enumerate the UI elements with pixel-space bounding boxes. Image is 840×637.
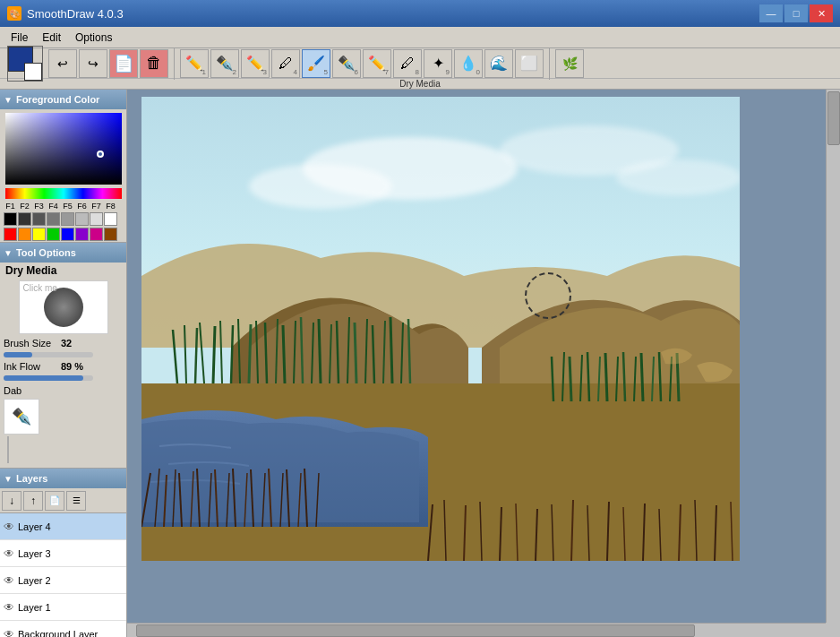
- swatch-midgray[interactable]: [61, 212, 74, 226]
- swatch-brown[interactable]: [104, 228, 117, 241]
- canvas-area[interactable]: [127, 90, 840, 637]
- tool-extra-1[interactable]: 🌿: [555, 49, 584, 78]
- svg-line-10: [213, 326, 215, 383]
- preset-f5: F5: [61, 202, 74, 211]
- preset-f7: F7: [90, 202, 103, 211]
- swatch-lightergray[interactable]: [90, 212, 103, 226]
- swatch-purple[interactable]: [75, 228, 89, 241]
- svg-point-4: [616, 159, 740, 195]
- svg-line-30: [390, 317, 392, 383]
- swatch-darkgray2[interactable]: [32, 212, 46, 226]
- layer-item-4[interactable]: 👁 Layer 4: [0, 513, 126, 540]
- swatch-gray[interactable]: [47, 212, 60, 226]
- menubar: File Edit Options: [0, 27, 840, 48]
- tool-smudge[interactable]: 🌊: [484, 49, 513, 78]
- tool-pencil-1[interactable]: ✏️1: [180, 49, 209, 78]
- vertical-scroll-thumb[interactable]: [827, 91, 840, 145]
- layer-item-3[interactable]: 👁 Layer 3: [0, 540, 126, 567]
- swatch-red[interactable]: [4, 228, 17, 241]
- swatch-blue[interactable]: [61, 228, 74, 241]
- vertical-scrollbar[interactable]: [826, 90, 840, 623]
- ink-flow-label: Ink Flow: [4, 361, 57, 372]
- swatch-white[interactable]: [104, 212, 117, 226]
- tool-star-9[interactable]: ✦9: [424, 49, 452, 78]
- swatch-orange[interactable]: [18, 228, 31, 241]
- painting-canvas[interactable]: [141, 97, 740, 561]
- tool-pen-2[interactable]: ✒️2: [210, 49, 239, 78]
- ink-flow-slider[interactable]: [4, 375, 93, 381]
- close-button[interactable]: ✕: [810, 4, 833, 22]
- menu-edit[interactable]: Edit: [35, 30, 68, 46]
- dry-media-label: Dry Media: [399, 79, 441, 89]
- layer-move-up[interactable]: ↑: [23, 491, 43, 511]
- hue-slider[interactable]: [5, 188, 122, 199]
- minimize-button[interactable]: —: [759, 4, 783, 22]
- layer-bg-eye[interactable]: 👁: [4, 628, 14, 638]
- layer-new[interactable]: 📄: [45, 491, 64, 511]
- tool-pencil-7[interactable]: ✏️7: [363, 49, 391, 78]
- layer-4-eye[interactable]: 👁: [4, 521, 14, 533]
- swatch-green[interactable]: [47, 228, 60, 241]
- swatch-lightgray[interactable]: [75, 212, 89, 226]
- layer-item-1[interactable]: 👁 Layer 1: [0, 594, 126, 621]
- swatch-darkgray1[interactable]: [18, 212, 31, 226]
- toolbar-redo[interactable]: ↪: [79, 49, 107, 78]
- layer-3-name: Layer 3: [18, 548, 51, 559]
- toolbar-clear[interactable]: 🗑: [140, 49, 168, 78]
- swatch-yellow[interactable]: [32, 228, 46, 241]
- swatch-row-2: [0, 227, 126, 242]
- preset-f8: F8: [104, 202, 117, 211]
- color-preview[interactable]: [7, 46, 43, 82]
- main-layout: ▼ Foreground Color F1 F2 F3 F4 F5 F6 F7 …: [0, 90, 840, 637]
- toolbar-undo[interactable]: ↩: [48, 49, 77, 78]
- preset-labels-row: F1 F2 F3 F4 F5 F6 F7 F8: [0, 201, 126, 211]
- swatch-row-1: [0, 211, 126, 227]
- preset-f4: F4: [47, 202, 60, 211]
- tool-pen-6[interactable]: ✒️6: [332, 49, 361, 78]
- titlebar-controls[interactable]: — □ ✕: [759, 4, 833, 22]
- background-color-swatch[interactable]: [24, 63, 42, 81]
- preset-f2: F2: [18, 202, 31, 211]
- dab-preview[interactable]: ✒️: [4, 399, 39, 435]
- app-icon: 🎨: [7, 6, 21, 21]
- horizontal-scrollbar[interactable]: [127, 623, 826, 637]
- tool-options-header[interactable]: ▼ Tool Options: [0, 243, 126, 263]
- layer-3-eye[interactable]: 👁: [4, 547, 14, 560]
- layer-2-eye[interactable]: 👁: [4, 574, 14, 587]
- layers-list: 👁 Layer 4 👁 Layer 3 👁 Layer 2 👁 Layer 1 …: [0, 513, 126, 637]
- layer-item-2[interactable]: 👁 Layer 2: [0, 567, 126, 594]
- maximize-button[interactable]: □: [784, 4, 808, 22]
- layers-toolbar: ↓ ↑ 📄 ☰: [0, 488, 126, 513]
- tool-pen-8[interactable]: 🖊8: [393, 49, 422, 78]
- tool-options-arrow: ▼: [4, 248, 13, 258]
- tool-brush-5[interactable]: 🖌️5: [302, 49, 330, 78]
- titlebar-left: 🎨 SmoothDraw 4.0.3: [7, 6, 124, 21]
- menu-options[interactable]: Options: [68, 30, 119, 46]
- tool-pencil-3[interactable]: ✏️3: [241, 49, 270, 78]
- foreground-color-header[interactable]: ▼ Foreground Color: [0, 90, 126, 109]
- brush-size-row: Brush Size 32: [0, 336, 126, 350]
- menu-file[interactable]: File: [4, 30, 35, 46]
- svg-line-14: [249, 324, 251, 383]
- tool-eraser[interactable]: ⬜: [515, 49, 544, 78]
- tool-options-title: Tool Options: [16, 247, 76, 258]
- layer-move-down[interactable]: ↓: [2, 491, 21, 511]
- preset-f1: F1: [4, 202, 17, 211]
- brush-size-slider[interactable]: [4, 352, 93, 357]
- app-title: SmoothDraw 4.0.3: [27, 7, 124, 21]
- layers-header[interactable]: ▼ Layers: [0, 469, 126, 488]
- current-tool-name: Dry Media: [0, 263, 126, 279]
- swatch-black[interactable]: [4, 212, 17, 226]
- swatch-pink[interactable]: [90, 228, 103, 241]
- ink-flow-value: 89 %: [61, 361, 83, 372]
- layer-options[interactable]: ☰: [66, 491, 86, 511]
- color-picker-gradient[interactable]: [5, 113, 122, 185]
- toolbar-new[interactable]: 📄: [109, 49, 138, 78]
- layer-item-bg[interactable]: 👁 Background Layer: [0, 621, 126, 637]
- layer-1-eye[interactable]: 👁: [4, 601, 14, 614]
- tool-water-0[interactable]: 💧0: [454, 49, 483, 78]
- svg-point-2: [249, 164, 392, 209]
- horizontal-scroll-thumb[interactable]: [136, 624, 695, 637]
- brush-preview-area[interactable]: Click me: [19, 280, 108, 334]
- tool-pen-4[interactable]: 🖊4: [271, 49, 300, 78]
